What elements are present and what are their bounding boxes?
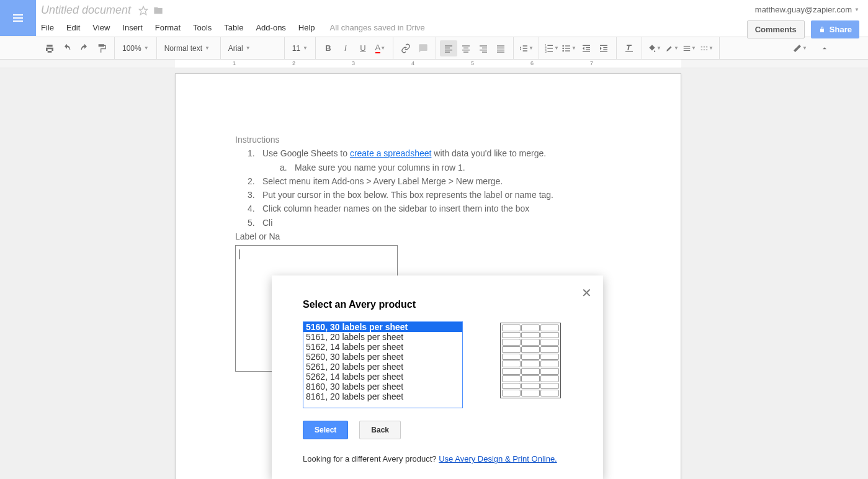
product-listbox[interactable]: 5160, 30 labels per sheet5161, 20 labels… [303, 321, 463, 408]
bulleted-list-button[interactable]: ▼ [560, 40, 578, 56]
avery-product-modal: ✕ Select an Avery product 5160, 30 label… [272, 275, 603, 479]
user-account[interactable]: matthew.guay@zapier.com ▼ [755, 5, 859, 14]
account-caret-icon: ▼ [854, 7, 859, 12]
ruler-mark: 5 [471, 60, 474, 66]
menu-format[interactable]: Format [149, 20, 187, 35]
product-option[interactable]: 5161, 20 labels per sheet [303, 332, 462, 342]
border-dash-button[interactable]: ▼ [698, 40, 715, 56]
insert-comment-button[interactable] [414, 40, 432, 56]
font-size-select[interactable]: 11▼ [289, 40, 311, 56]
create-spreadsheet-link[interactable]: create a spreadsheet [350, 148, 432, 158]
preview-label-cell [521, 332, 540, 339]
italic-button[interactable]: I [337, 40, 354, 56]
fill-color-button[interactable]: ▼ [646, 40, 663, 56]
preview-label-cell [502, 346, 521, 353]
svg-rect-25 [547, 51, 553, 51]
document-title[interactable]: Untitled document [38, 2, 133, 18]
svg-rect-13 [482, 47, 487, 48]
svg-rect-7 [445, 51, 450, 52]
folder-icon[interactable] [153, 6, 163, 16]
ruler-mark: 2 [292, 60, 295, 66]
product-option[interactable]: 5260, 30 labels per sheet [303, 352, 462, 362]
preview-label-cell [502, 325, 521, 331]
avery-online-link[interactable]: Use Avery Design & Print Online. [439, 454, 557, 463]
svg-rect-2 [13, 20, 23, 22]
menu-edit[interactable]: Edit [60, 20, 86, 35]
docs-app-icon[interactable] [0, 0, 36, 36]
svg-rect-5 [445, 47, 450, 48]
svg-rect-41 [684, 48, 691, 48]
align-justify-button[interactable] [492, 40, 509, 56]
undo-button[interactable] [58, 40, 76, 56]
footer-text: Looking for a different Avery product? [303, 454, 439, 463]
preview-label-cell [540, 360, 559, 367]
product-option[interactable]: 5162, 14 labels per sheet [303, 342, 462, 352]
bold-button[interactable]: B [320, 40, 337, 56]
share-button[interactable]: Share [811, 20, 859, 38]
svg-rect-44 [704, 47, 705, 47]
svg-rect-42 [684, 50, 691, 50]
svg-rect-6 [445, 50, 452, 50]
svg-marker-3 [139, 6, 147, 14]
paragraph-style-select[interactable]: Normal text▼ [161, 40, 217, 56]
menu-file[interactable]: File [38, 20, 60, 35]
svg-rect-48 [706, 49, 707, 50]
align-left-button[interactable] [440, 40, 457, 56]
product-option[interactable]: 8160, 30 labels per sheet [303, 382, 462, 392]
preview-label-cell [540, 368, 559, 375]
collapse-toolbar-button[interactable] [816, 40, 833, 56]
menu-tools[interactable]: Tools [187, 20, 218, 35]
product-option[interactable]: 5160, 30 labels per sheet [303, 322, 462, 332]
decrease-indent-button[interactable] [578, 40, 595, 56]
menu-insert[interactable]: Insert [116, 20, 149, 35]
editing-mode-button[interactable]: ▼ [791, 40, 808, 56]
preview-label-cell [540, 325, 559, 331]
close-icon[interactable]: ✕ [581, 285, 592, 300]
underline-button[interactable]: U [354, 40, 372, 56]
align-right-button[interactable] [475, 40, 492, 56]
select-button[interactable]: Select [303, 421, 348, 439]
star-icon[interactable] [138, 6, 148, 16]
ruler[interactable]: 1234567 [0, 60, 868, 68]
redo-button[interactable] [76, 40, 93, 56]
clear-formatting-button[interactable] [620, 40, 638, 56]
svg-point-28 [562, 47, 564, 49]
menu-help[interactable]: Help [292, 20, 321, 35]
numbered-list-button[interactable]: 123▼ [543, 40, 560, 56]
menu-table[interactable]: Table [218, 20, 249, 35]
align-center-button[interactable] [457, 40, 475, 56]
zoom-select[interactable]: 100%▼ [119, 40, 153, 56]
preview-label-cell [502, 383, 521, 390]
menu-view[interactable]: View [86, 20, 116, 35]
instruction-item: a.Make sure you name your columns in row… [248, 161, 621, 174]
product-option[interactable]: 5261, 20 labels per sheet [303, 362, 462, 372]
preview-label-cell [540, 390, 559, 396]
preview-label-cell [521, 354, 540, 360]
caret-icon: ▼ [144, 45, 149, 51]
ruler-mark: 7 [590, 60, 593, 66]
highlight-color-button[interactable]: ▼ [663, 40, 681, 56]
instruction-item: 1.Use Google Sheets to create a spreadsh… [248, 147, 621, 159]
preview-label-cell [540, 383, 559, 390]
line-spacing-button[interactable]: ▼ [517, 40, 535, 56]
preview-label-cell [502, 368, 521, 375]
increase-indent-button[interactable] [595, 40, 612, 56]
print-button[interactable] [41, 40, 58, 56]
comments-button[interactable]: Comments [747, 20, 805, 38]
svg-rect-33 [586, 47, 590, 48]
product-option[interactable]: 8161, 20 labels per sheet [303, 392, 462, 401]
insert-link-button[interactable] [397, 40, 414, 56]
font-select[interactable]: Arial▼ [225, 40, 280, 56]
svg-rect-8 [462, 45, 470, 46]
back-button[interactable]: Back [359, 421, 401, 439]
border-style-button[interactable]: ▼ [681, 40, 698, 56]
menu-add-ons[interactable]: Add-ons [249, 20, 292, 35]
svg-rect-32 [583, 45, 590, 45]
text-color-button[interactable]: A▼ [372, 40, 389, 56]
preview-label-cell [502, 332, 521, 339]
paint-format-button[interactable] [93, 40, 110, 56]
document-canvas[interactable]: Instructions 1.Use Google Sheets to crea… [0, 68, 868, 479]
text-cursor [239, 249, 240, 259]
product-option[interactable]: 5262, 14 labels per sheet [303, 372, 462, 382]
lock-icon [818, 26, 826, 34]
